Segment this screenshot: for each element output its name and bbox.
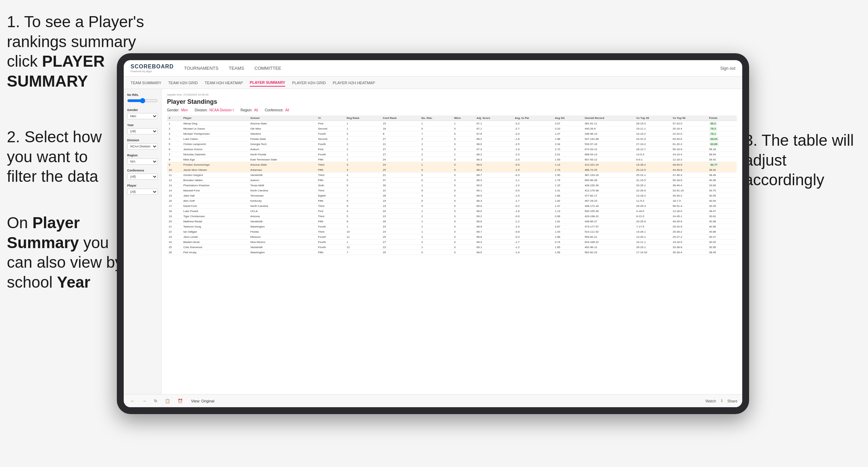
filter-gender-select[interactable]: Men (127, 113, 158, 119)
table-cell: 1.50 (553, 173, 583, 178)
table-cell: 4-18-0 (635, 209, 671, 214)
table-row[interactable]: 24Bastien AmatNew MexicoFourth1272069.4-… (167, 240, 737, 245)
table-row[interactable]: 6Jackson KoivunAuburnFirst2273067.3-1.62… (167, 147, 737, 152)
table-cell: 1 (345, 152, 381, 157)
table-cell: Cole Sherwood (181, 245, 248, 250)
table-row[interactable]: 4Luke ClatonFlorida StateSecond1272068.2… (167, 136, 737, 142)
table-cell: Christo Lamprecht (181, 142, 248, 147)
table-cell: Preston Summerhays (181, 162, 248, 167)
sub-nav-team-h2h-grid[interactable]: TEAM H2H GRID (168, 79, 198, 86)
table-cell-points: 30.75 (708, 188, 737, 193)
toolbar-refresh-btn[interactable]: ↻ (152, 398, 159, 404)
table-row[interactable]: 25Cole SherwoodVanderbiltFourth12231069.… (167, 245, 737, 250)
sub-nav-player-h2h-heatmap[interactable]: PLAYER H2H HEATMAP (333, 79, 375, 86)
filter-no-rds-slider[interactable] (127, 98, 158, 103)
sub-nav-player-summary[interactable]: PLAYER SUMMARY (250, 79, 285, 87)
table-row[interactable]: 13Phachakorn KhachonTexas A&MSixth630106… (167, 183, 737, 188)
table-cell: 3.87 (553, 224, 583, 229)
toolbar-right: Watch ⇩ Share (705, 399, 737, 403)
table-header-row: # Player School Yr Reg Rank Conf Rank No… (167, 115, 737, 121)
toolbar-export-btn[interactable]: ⇩ (720, 399, 723, 403)
table-cell: 11 (167, 173, 181, 178)
table-cell: 0 (420, 203, 452, 209)
table-row[interactable]: 7Nicholas GabrielisNorth FloridaFourth12… (167, 152, 737, 157)
table-cell: 0 (420, 198, 452, 203)
table-cell: Washington (249, 250, 316, 255)
table-row[interactable]: 21Taehoon SongWashingtonFourth1231068.9-… (167, 224, 737, 229)
nav-teams[interactable]: TEAMS (229, 64, 244, 72)
table-cell: UCLA (249, 209, 316, 214)
table-row[interactable]: 20Matthew RiedelVanderbiltFifth8261068.6… (167, 219, 737, 224)
table-cell: Arizona State (249, 121, 316, 126)
table-cell: 24 (167, 240, 181, 245)
table-cell: Nicholas Gabrielis (181, 152, 248, 157)
table-cell: Matthew Riedel (181, 219, 248, 224)
table-row[interactable]: 19Tiger ChristensenArizonaThird5232069.2… (167, 214, 737, 219)
table-cell: Phachakorn Khachon (181, 183, 248, 188)
col-school: School (249, 115, 316, 121)
table-cell: 7 (345, 250, 381, 255)
table-row[interactable]: 26Petr HrubyWashingtonFifth7250068.6-1.6… (167, 250, 737, 255)
table-row[interactable]: 15Jake HallTennesseeEighth7284068.5-1.51… (167, 193, 737, 198)
sub-nav-team-h2h-heatmap[interactable]: TEAM H2H HEATMAP (205, 79, 243, 86)
sub-nav-player-h2h-grid[interactable]: PLAYER H2H GRID (292, 79, 326, 86)
toolbar-clock-btn[interactable]: ⏰ (176, 398, 185, 404)
table-cell: 14 (167, 188, 181, 193)
table-cell: David Ford (181, 203, 248, 209)
col-overall: Overall Record (583, 115, 634, 121)
table-cell: 473-177-57 (583, 224, 634, 229)
table-cell: 10 (345, 229, 381, 234)
sign-out-link[interactable]: Sign out (720, 66, 735, 71)
table-cell: 25 (167, 245, 181, 250)
toolbar-share-btn[interactable]: Share (727, 399, 737, 403)
table-cell: 68.3 (475, 198, 513, 203)
filter-year-select[interactable]: (All) (127, 128, 158, 134)
table-cell: 24 (381, 157, 420, 162)
toolbar-watch-btn[interactable]: Watch (705, 399, 716, 403)
table-cell: -1.7 (513, 198, 553, 203)
sub-nav-team-summary[interactable]: TEAM SUMMARY (131, 79, 162, 86)
toolbar-forward-btn[interactable]: → (140, 398, 148, 404)
table-row[interactable]: 16Alex GoffKentuckyFifth8190068.3-1.71.9… (167, 198, 737, 203)
table-cell: First (316, 121, 345, 126)
table-cell: 1.93 (553, 157, 583, 162)
table-cell: 9 (345, 203, 381, 209)
table-cell: 68.7 (475, 229, 513, 234)
table-cell: 37 (381, 178, 420, 183)
table-row[interactable]: 8Mats EgeEast Tennessee StateFifth124206… (167, 157, 737, 162)
nav-committee[interactable]: COMMITTEE (255, 64, 281, 72)
table-cell-points: 39.42 (708, 157, 737, 162)
table-row[interactable]: 12Brendan ValdesAuburnFifth5370468.4-1.1… (167, 178, 737, 183)
table-cell: Fifth (316, 167, 345, 173)
filter-conference-select[interactable]: (All) (127, 174, 158, 180)
filter-division-select[interactable]: NCAA Division I (127, 143, 158, 149)
table-cell: 29-38-2 (671, 229, 708, 234)
table-row[interactable]: 1Wenyi DingArizona StateFirst1151167.1-3… (167, 121, 737, 126)
table-cell: Second (316, 126, 345, 131)
table-row[interactable]: 5Christo LamprechtGeorgia TechFourth2212… (167, 142, 737, 147)
table-row[interactable]: 23Jack LundinMissouriFourth11252068.8-0.… (167, 234, 737, 240)
table-row[interactable]: 3Michael ThorbjornsenStanfordFourth28706… (167, 131, 737, 136)
table-cell: 0 (453, 162, 475, 167)
table-row[interactable]: 10Jacob Skov OlesenArkansasFifth3250068.… (167, 167, 737, 173)
table-cell: 4 (453, 178, 475, 183)
table-row[interactable]: 17David FordNorth CarolinaThird9190069.0… (167, 203, 737, 209)
table-row[interactable]: 2Michael Le SassoOle MissSecond1180067.1… (167, 126, 737, 131)
table-row[interactable]: 9Preston SummerhaysArizona StateThird324… (167, 162, 737, 167)
table-cell: 67.8 (475, 131, 513, 136)
table-row[interactable]: 22Ian GilliganFloridaThird10241068.7-0.8… (167, 229, 737, 234)
filter-player-select[interactable]: (All) (127, 189, 158, 195)
table-cell: 27 (381, 136, 420, 142)
table-cell-points: 78.3 (708, 126, 737, 131)
nav-tournaments[interactable]: TOURNAMENTS (184, 64, 219, 72)
table-cell: 19 (167, 214, 181, 219)
filter-region-select[interactable]: N/A (127, 158, 158, 165)
table-cell: Sixth (316, 183, 345, 188)
table-cell: Vanderbilt (249, 245, 316, 250)
toolbar-copy-btn[interactable]: 📋 (163, 398, 172, 404)
table-row[interactable]: 18Luke PowellUCLAFirst4241068.0-1.81.135… (167, 209, 737, 214)
table-row[interactable]: 14Maxwell FordNorth CarolinaThird7229069… (167, 188, 737, 193)
table-row[interactable]: 11Gordon SargentVanderbiltThird4210068.7… (167, 173, 737, 178)
col-conf-rank: Conf Rank (381, 115, 420, 121)
toolbar-back-btn[interactable]: ← (129, 398, 137, 404)
